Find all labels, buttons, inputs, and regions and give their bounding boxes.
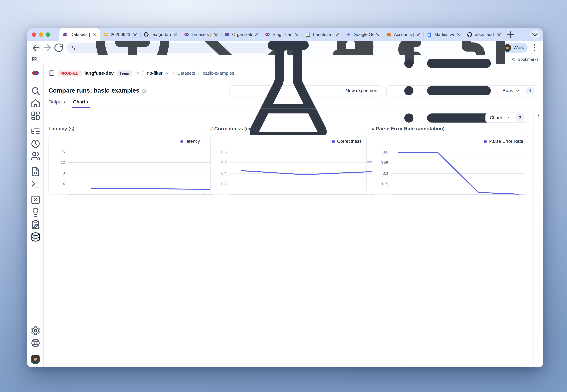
dashboard-icon	[30, 111, 40, 121]
site-info-icon[interactable]	[71, 45, 76, 50]
gemini-favicon-icon	[346, 32, 351, 37]
tab-close-button[interactable]	[132, 32, 138, 37]
tab-close-button[interactable]	[335, 32, 340, 37]
browser-tab[interactable]: Blog - Lang	[262, 28, 302, 41]
y-tick-label: 0.3	[383, 171, 388, 175]
new-tab-button[interactable]	[506, 30, 515, 40]
tab-close-button[interactable]	[213, 32, 219, 37]
langfuse-app: PROD-EU langfuse-dev Team / no-filter / …	[27, 64, 543, 367]
chevron-down-icon	[530, 30, 540, 39]
chart-block: # Parse Error Rate (annotation)Parse Err…	[372, 126, 528, 195]
tab-search-button[interactable]	[530, 30, 540, 39]
minimize-window-button[interactable]	[39, 32, 43, 37]
tab-close-button[interactable]	[415, 32, 421, 37]
project-name[interactable]: no-filter	[147, 70, 162, 76]
apps-grid-icon[interactable]	[32, 56, 37, 62]
sidebar-item-dashboards[interactable]	[30, 111, 40, 121]
sidebar-item-playground[interactable]	[30, 179, 40, 189]
sidebar-item-prompts[interactable]	[30, 167, 40, 177]
browser-tab[interactable]: Datasets | l	[59, 28, 100, 41]
users-icon	[30, 151, 40, 161]
plan-badge[interactable]: Team	[117, 70, 132, 76]
collapse-panel-button[interactable]	[536, 112, 541, 118]
tune-icon	[71, 45, 76, 50]
arrow-left-icon	[31, 43, 41, 53]
sidebar-item-sessions[interactable]	[30, 139, 40, 149]
organization-name[interactable]: langfuse-dev	[85, 70, 113, 76]
panel-left-icon	[48, 70, 55, 76]
tab-close-button[interactable]	[294, 32, 299, 37]
y-tick-label: 0.4	[221, 171, 227, 175]
sidebar-item-home[interactable]	[30, 98, 40, 108]
reload-button[interactable]	[54, 43, 64, 53]
chart-card: Correctness0.20.40.60.8	[210, 135, 367, 195]
legend-label: Parse Error Rate	[489, 139, 523, 144]
chevron-down-icon[interactable]	[166, 71, 170, 75]
chart-legend: latency	[181, 139, 200, 144]
tab-close-button[interactable]	[254, 32, 259, 37]
plus-icon	[506, 30, 515, 40]
breadcrumb-dataset-name[interactable]: basic-examples	[203, 70, 234, 76]
close-window-button[interactable]	[32, 32, 36, 37]
zoom-window-button[interactable]	[45, 32, 50, 37]
all-bookmarks-button[interactable]: All Bookmarks	[512, 57, 539, 61]
sidebar-toggle-icon[interactable]	[48, 70, 55, 76]
tab-close-button[interactable]	[456, 32, 461, 37]
browser-tab[interactable]: Marlies wee	[424, 28, 464, 41]
page-header: Compare runs: basic-examples New experim…	[44, 82, 543, 99]
chevron-down-icon[interactable]	[135, 71, 140, 75]
tab-close-button[interactable]	[375, 32, 381, 37]
runs-dropdown-button[interactable]: Runs 4	[386, 85, 538, 96]
langfuse-logo[interactable]	[27, 64, 43, 82]
sidebar-item-tracing[interactable]	[30, 126, 40, 136]
sidebar-item-evaluation[interactable]	[30, 195, 40, 205]
chart-grid: Latency (s)latency481216# Correctness (e…	[48, 126, 528, 195]
charts-dropdown-button[interactable]: Charts 3	[485, 112, 528, 123]
tab-close-button[interactable]	[173, 32, 178, 37]
app-sidebar	[27, 64, 44, 367]
sidebar-item-annotation[interactable]	[30, 220, 40, 230]
legend-dot-icon	[332, 140, 335, 143]
tab-charts[interactable]: Charts	[73, 99, 88, 107]
sidebar-item-datasets[interactable]	[30, 232, 40, 242]
environment-badge[interactable]: PROD-EU	[58, 70, 82, 76]
browser-tab[interactable]: Accounts |	[383, 28, 424, 41]
y-tick-label: 8	[63, 171, 65, 175]
tab-title: Langfuse -	[313, 32, 333, 37]
sidebar-item-search[interactable]	[30, 86, 40, 96]
reload-icon	[54, 43, 64, 53]
sidebar-item-users[interactable]	[30, 151, 40, 161]
sidebar-item-llm-as-a-judge[interactable]	[30, 207, 40, 217]
user-avatar[interactable]	[31, 355, 40, 364]
tab-title: Datasets | l	[192, 32, 212, 37]
tab-close-button[interactable]	[92, 32, 97, 37]
chart-block: # Correctness (eval)Correctness0.20.40.6…	[210, 126, 367, 195]
browser-tab[interactable]: 20250923	[100, 28, 140, 41]
langfuse-favicon-icon	[63, 32, 68, 37]
forward-button[interactable]	[42, 43, 52, 53]
chevron-down-icon	[506, 116, 510, 120]
charts-toolbar: Charts 3	[48, 112, 528, 123]
runs-label: Runs	[502, 88, 513, 93]
avatar-favicon-icon	[31, 355, 40, 364]
back-button[interactable]	[31, 43, 41, 53]
github-favicon-icon	[467, 32, 472, 37]
sidebar-item-settings[interactable]	[30, 326, 40, 336]
sidebar-item-support[interactable]	[30, 338, 40, 348]
close-icon	[173, 32, 178, 37]
search-icon	[30, 86, 40, 96]
info-icon[interactable]	[142, 88, 147, 93]
close-icon	[415, 32, 421, 37]
browser-tab[interactable]: Google Ger	[342, 28, 383, 41]
browser-tab[interactable]: docs: add g	[464, 28, 504, 41]
browser-tab[interactable]: Organizatio	[221, 28, 262, 41]
breadcrumb-datasets-link[interactable]: Datasets	[177, 70, 195, 76]
new-experiment-button[interactable]: New experiment	[229, 85, 383, 96]
tab-close-button[interactable]	[496, 32, 502, 37]
charts-count-badge: 3	[516, 114, 524, 121]
browser-tab[interactable]: feat(io-tabl	[140, 28, 181, 41]
browser-tab[interactable]: 6Langfuse -	[302, 28, 342, 41]
tab-outputs[interactable]: Outputs	[48, 99, 65, 107]
desktop-wallpaper: Datasets | l20250923feat(io-tablDatasets…	[0, 0, 567, 392]
browser-tab[interactable]: Datasets | l	[181, 28, 221, 41]
